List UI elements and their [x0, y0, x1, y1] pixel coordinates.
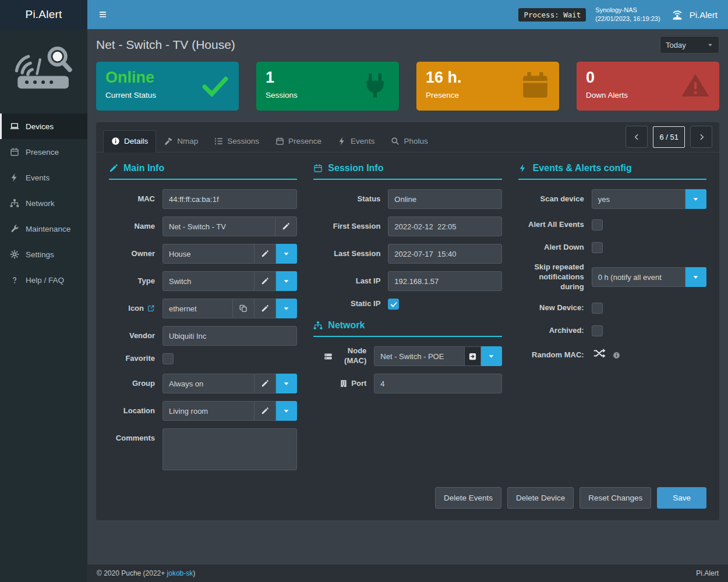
vendor-label: Vendor: [109, 331, 162, 341]
prev-device-button[interactable]: [625, 126, 648, 148]
sidebar-item-events[interactable]: Events: [0, 165, 87, 190]
name-input[interactable]: [162, 217, 275, 236]
status-input[interactable]: [388, 189, 501, 209]
last-session-input[interactable]: [388, 244, 501, 264]
app-brand[interactable]: Pi.Alert: [670, 8, 718, 21]
alert-down-label: Alert Down: [518, 243, 592, 253]
comments-label: Comments: [109, 428, 162, 443]
icon-input[interactable]: [162, 299, 233, 318]
mac-input[interactable]: [162, 189, 297, 209]
period-select[interactable]: Today: [660, 36, 719, 54]
wrench-icon: [9, 224, 20, 233]
sidebar-item-help[interactable]: Help / FAQ: [0, 267, 87, 293]
next-device-button[interactable]: [690, 126, 712, 148]
sidebar-item-label: Devices: [26, 122, 54, 131]
sidebar-item-label: Help / FAQ: [26, 276, 64, 285]
last-ip-input[interactable]: [388, 271, 501, 291]
tab-nmap[interactable]: Nmap: [156, 130, 206, 152]
tab-events[interactable]: Events: [330, 130, 383, 152]
location-dropdown-button[interactable]: [276, 401, 297, 421]
location-label: Location: [109, 406, 162, 416]
laptop-icon: [9, 122, 20, 131]
card-current-status[interactable]: Online Current Status: [96, 62, 239, 111]
sidebar-item-settings[interactable]: Settings: [0, 242, 87, 267]
edit-type-button[interactable]: [255, 271, 276, 291]
card-presence[interactable]: 16 h. Presence: [416, 62, 559, 111]
sidebar-item-label: Network: [26, 199, 55, 208]
question-icon: [9, 275, 20, 285]
owner-dropdown-button[interactable]: [276, 244, 297, 264]
copy-icon-button[interactable]: [233, 299, 255, 318]
go-to-node-button[interactable]: [465, 346, 481, 366]
sidebar-item-maintenance[interactable]: Maintenance: [0, 216, 87, 242]
sidebar-item-presence[interactable]: Presence: [0, 139, 87, 165]
edit-group-button[interactable]: [255, 374, 276, 393]
bolt-icon: [9, 173, 20, 182]
tab-label: Presence: [288, 137, 321, 146]
group-dropdown-button[interactable]: [276, 374, 297, 393]
jokob-sk-link[interactable]: jokob-sk: [167, 569, 193, 577]
card-sessions[interactable]: 1 Sessions: [256, 62, 399, 111]
alert-down-checkbox[interactable]: [592, 242, 603, 253]
skip-notifications-dropdown-button[interactable]: [685, 267, 706, 287]
brand-text: Pi.Alert: [26, 8, 62, 21]
icon-dropdown-button[interactable]: [276, 299, 297, 318]
footer: © 2020 Puche (2022+ jokob-sk) Pi.Alert: [87, 565, 728, 582]
tab-details[interactable]: Details: [103, 130, 156, 152]
static-ip-checkbox[interactable]: [388, 299, 399, 310]
card-down-alerts[interactable]: 0 Down Alerts: [577, 62, 719, 111]
port-input[interactable]: [374, 374, 501, 393]
tab-label: Details: [124, 137, 148, 146]
node-dropdown-button[interactable]: [481, 346, 502, 366]
edit-location-button[interactable]: [255, 401, 276, 421]
location-input[interactable]: [162, 401, 255, 421]
type-input[interactable]: [162, 271, 255, 291]
comments-textarea[interactable]: [162, 428, 297, 470]
alert-all-events-checkbox[interactable]: [592, 219, 603, 230]
owner-label: Owner: [109, 249, 162, 259]
copyright: © 2020 Puche (2022+ jokob-sk): [97, 569, 195, 577]
tab-sessions[interactable]: Sessions: [206, 130, 267, 152]
reset-changes-button[interactable]: Reset Changes: [579, 487, 651, 509]
archived-checkbox[interactable]: [592, 325, 603, 336]
tab-label: Nmap: [177, 137, 198, 146]
brand-logo[interactable]: Pi.Alert: [0, 0, 87, 29]
owner-input[interactable]: [162, 244, 255, 264]
edit-name-button[interactable]: [275, 217, 297, 236]
device-pager: 6 / 51: [625, 126, 712, 152]
scan-device-dropdown-button[interactable]: [685, 189, 706, 209]
vendor-input[interactable]: [162, 326, 297, 346]
app-brand-label: Pi.Alert: [690, 10, 718, 20]
save-button[interactable]: Save: [657, 487, 706, 509]
device-pagination-indicator: 6 / 51: [653, 126, 685, 148]
device-detail-panel: Details Nmap Sessions Presence Events: [96, 122, 719, 520]
warning-icon: [681, 71, 710, 100]
node-mac-input[interactable]: [374, 346, 464, 366]
list-icon: [214, 137, 223, 146]
check-icon: [200, 71, 229, 100]
sidebar-item-network[interactable]: Network: [0, 190, 87, 216]
sidebar-item-label: Presence: [26, 148, 59, 157]
new-device-checkbox[interactable]: [592, 303, 603, 314]
sidebar-item-label: Settings: [26, 250, 54, 259]
stat-cards: Online Current Status 1 Sessions 16 h. P…: [96, 62, 719, 111]
main-info-section: Main Info MAC Name: [109, 163, 297, 478]
edit-owner-button[interactable]: [255, 244, 276, 264]
delete-device-button[interactable]: Delete Device: [507, 487, 574, 509]
external-link-icon[interactable]: [147, 304, 155, 312]
menu-toggle-icon[interactable]: ≡: [87, 8, 118, 21]
delete-events-button[interactable]: Delete Events: [435, 487, 501, 509]
group-input[interactable]: [162, 374, 255, 393]
scan-device-select[interactable]: yes: [592, 189, 685, 209]
favorite-checkbox[interactable]: [162, 353, 174, 364]
edit-icon-button[interactable]: [255, 299, 276, 318]
skip-notifications-select[interactable]: 0 h (notify all event: [592, 267, 685, 287]
first-session-input[interactable]: [388, 217, 501, 236]
shuffle-icon: [592, 347, 607, 360]
tab-presence[interactable]: Presence: [267, 130, 330, 152]
tab-pholus[interactable]: Pholus: [383, 130, 436, 152]
type-dropdown-button[interactable]: [276, 271, 297, 291]
bolt-icon: [518, 164, 528, 173]
sidebar-item-devices[interactable]: Devices: [0, 113, 87, 139]
info-circle-icon[interactable]: [613, 352, 620, 359]
